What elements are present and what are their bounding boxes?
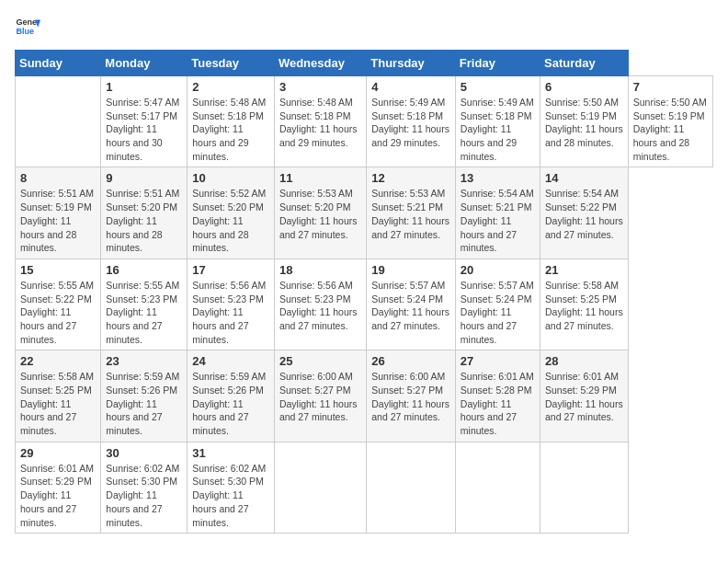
day-header-monday: Monday (101, 51, 188, 76)
day-info: Sunrise: 5:51 AMSunset: 5:19 PMDaylight:… (20, 187, 96, 254)
day-info: Sunrise: 6:01 AMSunset: 5:29 PMDaylight:… (545, 370, 623, 424)
day-header-wednesday: Wednesday (274, 51, 366, 76)
calendar-cell: 19 Sunrise: 5:57 AMSunset: 5:24 PMDaylig… (367, 259, 456, 350)
day-number: 8 (20, 171, 96, 185)
day-number: 24 (192, 354, 269, 368)
calendar-cell (367, 442, 456, 533)
day-info: Sunrise: 5:53 AMSunset: 5:21 PMDaylight:… (371, 187, 450, 241)
day-info: Sunrise: 5:59 AMSunset: 5:26 PMDaylight:… (106, 370, 182, 437)
day-info: Sunrise: 5:55 AMSunset: 5:22 PMDaylight:… (20, 279, 96, 346)
day-info: Sunrise: 5:55 AMSunset: 5:23 PMDaylight:… (106, 279, 182, 346)
calendar-cell: 26 Sunrise: 6:00 AMSunset: 5:27 PMDaylig… (367, 350, 456, 442)
calendar-cell: 1 Sunrise: 5:47 AMSunset: 5:17 PMDayligh… (101, 76, 188, 167)
day-number: 20 (461, 263, 535, 277)
day-info: Sunrise: 5:58 AMSunset: 5:25 PMDaylight:… (20, 370, 96, 437)
calendar-cell: 16 Sunrise: 5:55 AMSunset: 5:23 PMDaylig… (101, 259, 188, 350)
calendar-cell: 5 Sunrise: 5:49 AMSunset: 5:18 PMDayligh… (455, 76, 540, 167)
day-info: Sunrise: 6:00 AMSunset: 5:27 PMDaylight:… (279, 370, 361, 424)
calendar-cell: 25 Sunrise: 6:00 AMSunset: 5:27 PMDaylig… (274, 350, 366, 442)
calendar-cell: 20 Sunrise: 5:57 AMSunset: 5:24 PMDaylig… (455, 259, 540, 350)
day-info: Sunrise: 6:02 AMSunset: 5:30 PMDaylight:… (106, 462, 182, 529)
calendar-cell (540, 442, 629, 533)
calendar-table: SundayMondayTuesdayWednesdayThursdayFrid… (15, 50, 713, 534)
calendar-week-row: 29 Sunrise: 6:01 AMSunset: 5:29 PMDaylig… (16, 442, 713, 533)
day-number: 6 (545, 80, 623, 94)
calendar-cell: 31 Sunrise: 6:02 AMSunset: 5:30 PMDaylig… (188, 442, 275, 533)
day-info: Sunrise: 5:50 AMSunset: 5:19 PMDaylight:… (633, 96, 708, 163)
calendar-cell: 4 Sunrise: 5:49 AMSunset: 5:18 PMDayligh… (367, 76, 456, 167)
day-number: 29 (20, 446, 96, 460)
day-info: Sunrise: 5:54 AMSunset: 5:22 PMDaylight:… (545, 187, 623, 241)
day-number: 28 (545, 354, 623, 368)
day-number: 16 (106, 263, 182, 277)
day-number: 14 (545, 171, 623, 185)
calendar-cell: 6 Sunrise: 5:50 AMSunset: 5:19 PMDayligh… (540, 76, 629, 167)
calendar-cell: 15 Sunrise: 5:55 AMSunset: 5:22 PMDaylig… (16, 259, 101, 350)
day-info: Sunrise: 5:56 AMSunset: 5:23 PMDaylight:… (192, 279, 269, 346)
calendar-week-row: 22 Sunrise: 5:58 AMSunset: 5:25 PMDaylig… (16, 350, 713, 442)
day-header-friday: Friday (455, 51, 540, 76)
calendar-cell: 7 Sunrise: 5:50 AMSunset: 5:19 PMDayligh… (628, 76, 712, 167)
day-info: Sunrise: 5:50 AMSunset: 5:19 PMDaylight:… (545, 96, 623, 150)
day-number: 25 (279, 354, 361, 368)
day-number: 1 (106, 80, 182, 94)
day-info: Sunrise: 5:51 AMSunset: 5:20 PMDaylight:… (106, 187, 182, 254)
day-number: 22 (20, 354, 96, 368)
day-number: 27 (461, 354, 535, 368)
day-number: 31 (192, 446, 269, 460)
day-header-thursday: Thursday (367, 51, 456, 76)
day-number: 2 (192, 80, 269, 94)
calendar-cell: 8 Sunrise: 5:51 AMSunset: 5:19 PMDayligh… (16, 167, 101, 259)
day-info: Sunrise: 6:02 AMSunset: 5:30 PMDaylight:… (192, 462, 269, 529)
day-number: 4 (371, 80, 450, 94)
day-number: 17 (192, 263, 269, 277)
calendar-cell: 11 Sunrise: 5:53 AMSunset: 5:20 PMDaylig… (274, 167, 366, 259)
calendar-week-row: 15 Sunrise: 5:55 AMSunset: 5:22 PMDaylig… (16, 259, 713, 350)
day-number: 7 (633, 80, 708, 94)
day-info: Sunrise: 5:49 AMSunset: 5:18 PMDaylight:… (371, 96, 450, 150)
day-number: 11 (279, 171, 361, 185)
day-info: Sunrise: 6:01 AMSunset: 5:28 PMDaylight:… (461, 370, 535, 437)
calendar-cell: 14 Sunrise: 5:54 AMSunset: 5:22 PMDaylig… (540, 167, 629, 259)
calendar-cell: 12 Sunrise: 5:53 AMSunset: 5:21 PMDaylig… (367, 167, 456, 259)
day-number: 26 (371, 354, 450, 368)
day-number: 19 (371, 263, 450, 277)
day-info: Sunrise: 5:48 AMSunset: 5:18 PMDaylight:… (279, 96, 361, 150)
day-number: 12 (371, 171, 450, 185)
day-info: Sunrise: 6:01 AMSunset: 5:29 PMDaylight:… (20, 462, 96, 529)
calendar-cell: 27 Sunrise: 6:01 AMSunset: 5:28 PMDaylig… (455, 350, 540, 442)
calendar-cell: 18 Sunrise: 5:56 AMSunset: 5:23 PMDaylig… (274, 259, 366, 350)
day-number: 3 (279, 80, 361, 94)
day-header-tuesday: Tuesday (188, 51, 275, 76)
calendar-week-row: 1 Sunrise: 5:47 AMSunset: 5:17 PMDayligh… (16, 76, 713, 167)
day-header-sunday: Sunday (16, 51, 101, 76)
calendar-week-row: 8 Sunrise: 5:51 AMSunset: 5:19 PMDayligh… (16, 167, 713, 259)
day-number: 15 (20, 263, 96, 277)
calendar-cell: 2 Sunrise: 5:48 AMSunset: 5:18 PMDayligh… (188, 76, 275, 167)
calendar-cell (455, 442, 540, 533)
calendar-cell: 10 Sunrise: 5:52 AMSunset: 5:20 PMDaylig… (188, 167, 275, 259)
calendar-cell: 13 Sunrise: 5:54 AMSunset: 5:21 PMDaylig… (455, 167, 540, 259)
day-number: 13 (461, 171, 535, 185)
calendar-cell: 24 Sunrise: 5:59 AMSunset: 5:26 PMDaylig… (188, 350, 275, 442)
calendar-cell: 23 Sunrise: 5:59 AMSunset: 5:26 PMDaylig… (101, 350, 188, 442)
day-number: 10 (192, 171, 269, 185)
day-info: Sunrise: 5:58 AMSunset: 5:25 PMDaylight:… (545, 279, 623, 333)
day-info: Sunrise: 5:52 AMSunset: 5:20 PMDaylight:… (192, 187, 269, 254)
calendar-cell: 3 Sunrise: 5:48 AMSunset: 5:18 PMDayligh… (274, 76, 366, 167)
svg-text:Blue: Blue (16, 27, 34, 36)
logo: General Blue (15, 15, 40, 40)
calendar-cell: 22 Sunrise: 5:58 AMSunset: 5:25 PMDaylig… (16, 350, 101, 442)
page-header: General Blue (15, 15, 713, 40)
day-info: Sunrise: 5:54 AMSunset: 5:21 PMDaylight:… (461, 187, 535, 254)
day-info: Sunrise: 5:57 AMSunset: 5:24 PMDaylight:… (461, 279, 535, 346)
day-header-saturday: Saturday (540, 51, 629, 76)
day-info: Sunrise: 5:57 AMSunset: 5:24 PMDaylight:… (371, 279, 450, 333)
day-number: 23 (106, 354, 182, 368)
calendar-cell: 29 Sunrise: 6:01 AMSunset: 5:29 PMDaylig… (16, 442, 101, 533)
calendar-cell: 21 Sunrise: 5:58 AMSunset: 5:25 PMDaylig… (540, 259, 629, 350)
day-info: Sunrise: 5:49 AMSunset: 5:18 PMDaylight:… (461, 96, 535, 163)
day-number: 21 (545, 263, 623, 277)
calendar-header-row: SundayMondayTuesdayWednesdayThursdayFrid… (16, 51, 713, 76)
calendar-cell: 17 Sunrise: 5:56 AMSunset: 5:23 PMDaylig… (188, 259, 275, 350)
